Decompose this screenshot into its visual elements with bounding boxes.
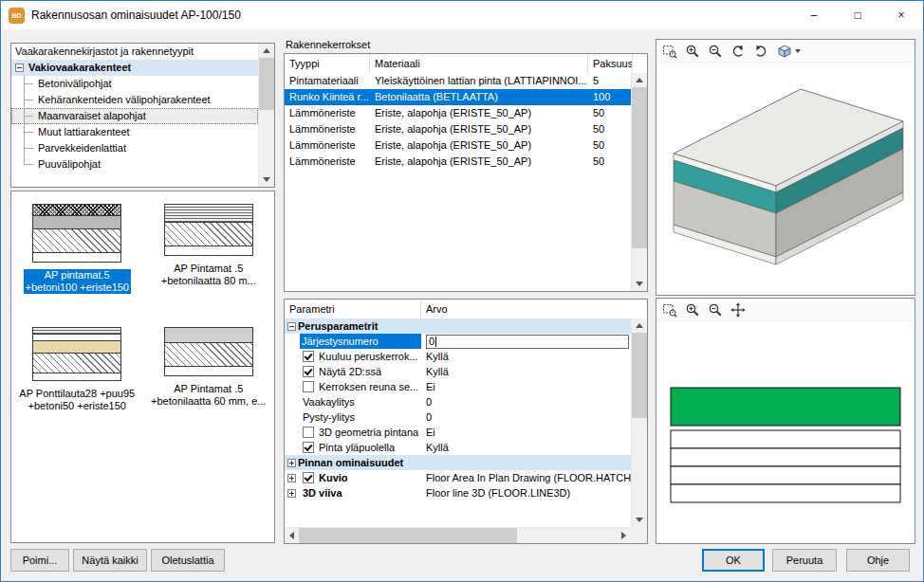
thumbnail-item-2[interactable]: AP Pintamat .5 +betonilaatta 80 m... [143,199,275,322]
layer-row[interactable]: Lämmöneriste Eriste, alapohja (ERISTE_50… [285,137,647,154]
scroll-right-button[interactable] [617,528,631,543]
cancel-button[interactable]: Peruuta [772,549,837,572]
minimize-button[interactable]: – [792,1,836,29]
scrollbar-track[interactable] [299,528,617,543]
collapse-icon[interactable] [287,322,296,331]
column-header-materiaali[interactable]: Materiaali [370,54,588,73]
tree-item-betonivalipohjat[interactable]: Betonivälipohjat [11,76,258,92]
scrollbar-track[interactable] [259,58,274,173]
scrollbar-thumb[interactable] [259,58,274,110]
column-header-arvo[interactable]: Arvo [421,300,647,318]
pan-icon[interactable] [728,300,748,319]
thumbnail-caption-selected[interactable]: AP pintamat.5 +betoni100 +eriste150 [24,269,131,294]
layer-row[interactable]: Lämmöneriste Eriste, alapohja (ERISTE_50… [285,121,647,137]
param-value[interactable]: 0 [421,409,631,425]
layer-row[interactable]: Pintamateriaali Yleiskäyttöinen lattian … [285,73,647,89]
layers-vertical-scrollbar[interactable] [631,73,647,291]
tree-item-puuvalipohjat[interactable]: Puuvälipohjat [11,156,258,173]
thumbnail-item-1[interactable]: AP pintamat.5 +betoni100 +eriste150 [11,199,143,322]
zoom-out-icon[interactable] [705,42,726,61]
rotate-cw-icon[interactable] [750,42,771,61]
zoom-in-icon[interactable] [682,300,703,319]
layer-row[interactable]: Lämmöneriste Eriste, alapohja (ERISTE_50… [285,105,647,121]
checkbox-checked[interactable] [303,351,314,362]
scroll-left-button[interactable] [285,528,299,543]
tree-node-vakiovaakarakenteet[interactable]: Vakiovaakarakenteet [11,60,258,76]
tree-item-keharankenteiden[interactable]: Kehärankenteiden välipohjarakenteet [11,92,258,108]
expand-icon[interactable] [287,489,296,498]
expand-icon[interactable] [287,474,296,482]
thumbnail-caption[interactable]: AP Pintamat .5 +betonilaatta 80 m... [161,263,256,287]
selected-param-label[interactable]: Järjestysnumero [300,334,421,349]
param-value[interactable]: Kyllä [421,364,631,379]
scrollbar-thumb[interactable] [632,333,647,418]
param-value[interactable]: Kyllä [421,349,631,364]
zoom-out-icon[interactable] [705,300,726,319]
param-row-kuuluu-peruskerrokseen[interactable]: Kuuluu peruskerrok... Kyllä [285,349,631,364]
thumbnail-caption[interactable]: AP Pintamat .5 +betonilaatta 60 mm, e... [151,383,266,408]
library-list-header[interactable]: Vaakarakennekirjastot ja rakennetyypit [11,44,258,60]
param-value[interactable]: 0 [421,394,631,409]
scrollbar-track[interactable] [632,333,647,513]
checkbox-checked[interactable] [303,366,314,377]
param-row-kerroksen-reuna[interactable]: Kerroksen reuna se... Ei [285,379,631,394]
expand-icon[interactable] [287,459,296,467]
tree-item-maanvaraiset-alapohjat[interactable]: Maanvaraiset alapohjat [11,108,258,124]
scroll-down-button[interactable] [632,513,647,527]
param-value[interactable]: Kyllä [421,440,631,455]
structure-section-image[interactable] [164,205,253,256]
param-row-pinta-ylapuolella[interactable]: Pinta yläpuolella Kyllä [285,440,631,455]
param-row-nayta-2dssa[interactable]: Näytä 2D:ssä Kyllä [285,364,631,379]
thumbnail-item-4[interactable]: AP Pintamat .5 +betonilaatta 60 mm, e... [143,322,275,446]
scrollbar-track[interactable] [632,87,647,277]
tree-item-muut-lattiarakenteet[interactable]: Muut lattiarakenteet [11,124,258,140]
zoom-window-icon[interactable] [659,42,680,61]
zoom-in-icon[interactable] [682,42,703,61]
params-horizontal-scrollbar[interactable] [285,527,631,543]
preview-3d-canvas[interactable] [656,63,915,295]
param-group-pinnan-ominaisuudet[interactable]: Pinnan ominaisuudet [285,455,631,470]
structure-section-image[interactable] [164,328,253,376]
param-value[interactable]: Floor line 3D (FLOOR.LINE3D) [421,485,631,500]
oletuslattia-button[interactable]: Oletuslattia [151,549,225,572]
scroll-up-button[interactable] [632,73,647,87]
layer-row[interactable]: Lämmöneriste Eriste, alapohja (ERISTE_50… [285,154,647,170]
scroll-up-button[interactable] [632,318,647,333]
maximize-button[interactable]: □ [836,1,879,29]
thumbnail-caption[interactable]: AP Ponttilauta28 +puu95 +betoni50 +erist… [19,388,135,412]
structure-section-image[interactable] [32,205,121,263]
param-row-jarjestysnumero[interactable]: Järjestysnumero 0 [285,334,631,349]
collapse-icon[interactable] [15,64,24,72]
rotate-ccw-icon[interactable] [728,42,748,61]
checkbox-unchecked[interactable] [303,427,314,438]
param-value-input[interactable]: 0 [426,335,629,349]
scrollbar-thumb[interactable] [299,528,517,543]
tree-item-parvekkeidenlattiat[interactable]: Parvekkeidenlattiat [11,140,258,156]
help-button[interactable]: Ohje [846,549,910,572]
scroll-down-button[interactable] [632,277,647,291]
checkbox-checked[interactable] [303,442,314,453]
preview-2d-canvas[interactable] [656,321,915,543]
layer-row-selected[interactable]: Runko Kiinteä r... Betonilaatta (BETLAAT… [285,89,647,105]
thumbnail-item-3[interactable]: AP Ponttilauta28 +puu95 +betoni50 +erist… [11,322,143,446]
zoom-window-icon[interactable] [659,300,680,319]
param-row-vaakaylitys[interactable]: Vaakaylitys 0 [285,394,631,409]
ok-button[interactable]: OK [702,549,765,572]
title-bar[interactable]: BD Rakennusosan ominaisuudet AP-100/150 … [1,1,923,29]
tree-vertical-scrollbar[interactable] [258,44,274,187]
param-row-kuvio[interactable]: Kuvio Floor Area In Plan Drawing (FLOOR.… [285,470,631,485]
param-row-pysty-ylitys[interactable]: Pysty-ylitys 0 [285,409,631,425]
nayta-kaikki-button[interactable]: Näytä kaikki [73,549,147,572]
column-header-parametri[interactable]: Parametri [285,300,421,318]
scroll-up-button[interactable] [259,44,274,58]
scroll-down-button[interactable] [259,173,274,187]
view-mode-dropdown-icon[interactable] [773,42,804,61]
close-button[interactable]: × [879,1,923,29]
structure-section-image[interactable] [32,328,121,381]
checkbox-checked[interactable] [303,472,314,483]
checkbox-unchecked[interactable] [303,381,314,392]
param-value[interactable]: Floor Area In Plan Drawing (FLOOR.HATCH) [421,470,631,485]
poimi-button[interactable]: Poimi... [10,549,69,572]
param-row-3d-viiva[interactable]: 3D viiva Floor line 3D (FLOOR.LINE3D) [285,485,631,500]
column-header-paksuus[interactable]: Paksuus [588,54,633,73]
